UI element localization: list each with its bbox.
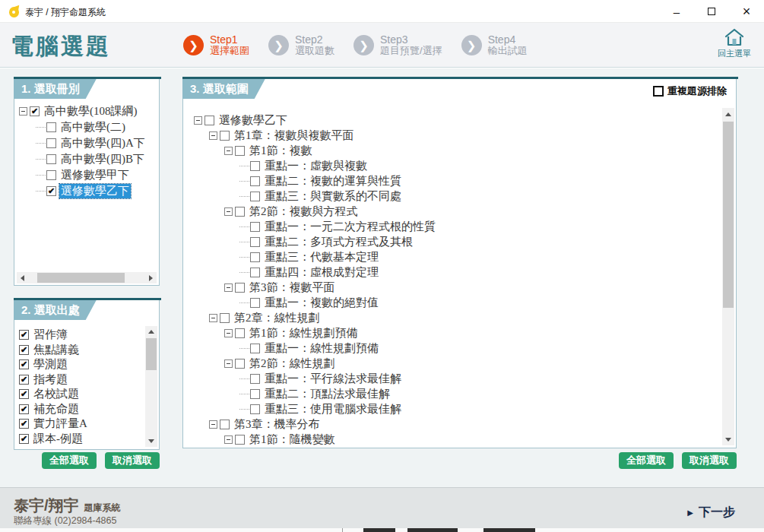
tree-item-label[interactable]: 重點一：線性規劃預備 — [263, 341, 380, 356]
tree-item-label[interactable]: 選修數學乙下 — [217, 113, 289, 128]
home-button[interactable]: 回主選單 — [711, 27, 758, 59]
source-checkbox[interactable] — [19, 434, 29, 444]
source-checkbox[interactable] — [19, 389, 29, 399]
tree-collapse-icon[interactable] — [224, 435, 233, 444]
tree-collapse-icon[interactable] — [209, 420, 217, 429]
tree-checkbox[interactable] — [250, 344, 260, 353]
tree-item-label[interactable]: 重點四：虛根成對定理 — [263, 265, 380, 280]
scroll-up-icon[interactable] — [722, 108, 734, 120]
tree-checkbox[interactable] — [250, 237, 260, 247]
maximize-icon[interactable] — [694, 0, 729, 23]
tree-item-label[interactable]: 重點二：複數的運算與性質 — [263, 174, 403, 188]
tree-checkbox[interactable] — [250, 222, 260, 232]
tree-checkbox[interactable] — [235, 435, 245, 445]
tree-collapse-icon[interactable] — [224, 359, 233, 368]
source-label[interactable]: 實力評量A — [32, 416, 89, 431]
tree-item-label[interactable]: 高中數學(四)A下 — [59, 136, 147, 150]
vertical-scrollbar[interactable] — [145, 326, 157, 447]
scroll-right-icon[interactable] — [145, 272, 157, 283]
tree-item-label[interactable]: 第3節：複數平面 — [248, 280, 337, 295]
select-all-button-main[interactable]: 全部選取 — [619, 452, 674, 469]
tree-checkbox[interactable] — [250, 389, 260, 399]
tree-checkbox[interactable] — [46, 154, 56, 164]
tree-checkbox[interactable] — [235, 207, 245, 217]
tree-item-label[interactable]: 重點二：多項式方程式及其根 — [263, 235, 414, 249]
tree-checkbox[interactable] — [46, 186, 56, 196]
tree-collapse-icon[interactable] — [209, 314, 217, 322]
scroll-down-icon[interactable] — [722, 433, 734, 445]
scrollbar-thumb[interactable] — [146, 338, 157, 370]
tree-checkbox[interactable] — [250, 268, 260, 277]
tree-item-label[interactable]: 第1節：線性規劃預備 — [248, 326, 360, 340]
tree-collapse-icon[interactable] — [224, 329, 233, 337]
tree-checkbox[interactable] — [250, 374, 260, 384]
tree-item-label[interactable]: 重點一：一元二次方程式根的性質 — [263, 220, 437, 234]
source-label[interactable]: 學測題 — [32, 357, 69, 372]
tree-item-label[interactable]: 重點一：複數的絕對值 — [263, 296, 380, 310]
tree-collapse-icon[interactable] — [209, 131, 217, 140]
tree-item-label[interactable]: 重點一：虛數與複數 — [263, 159, 369, 173]
tree-checkbox[interactable] — [235, 146, 245, 156]
source-label[interactable]: 名校試題 — [32, 387, 81, 401]
tree-item-label[interactable]: 高中數學(108課綱) — [43, 104, 139, 119]
tree-checkbox[interactable] — [30, 106, 40, 116]
source-checkbox[interactable] — [19, 375, 29, 385]
source-label[interactable]: 課本-例題 — [32, 432, 84, 446]
tree-checkbox[interactable] — [235, 283, 245, 293]
tree-item-label[interactable]: 重點三：使用電腦求最佳解 — [263, 402, 403, 416]
scroll-up-icon[interactable] — [145, 326, 157, 337]
dedupe-option[interactable]: 重複題源排除 — [653, 84, 727, 98]
source-label[interactable]: 習作簿 — [32, 328, 69, 342]
tree-checkbox[interactable] — [220, 420, 230, 429]
tree-checkbox[interactable] — [250, 252, 260, 262]
tree-item-label[interactable]: 重點一：平行線法求最佳解 — [263, 372, 403, 386]
tree-checkbox[interactable] — [46, 170, 56, 180]
tree-item-label[interactable]: 高中數學(四)B下 — [59, 152, 146, 166]
tree-checkbox[interactable] — [46, 122, 56, 132]
horizontal-scrollbar[interactable] — [17, 272, 157, 283]
source-checkbox[interactable] — [19, 345, 29, 355]
scrollbar-thumb[interactable] — [723, 122, 734, 308]
tree-item-label[interactable]: 重點三：與實數系的不同處 — [263, 189, 403, 204]
tree-collapse-icon[interactable] — [19, 107, 27, 116]
tree-checkbox[interactable] — [46, 138, 56, 148]
tree-checkbox[interactable] — [235, 328, 245, 338]
tree-checkbox[interactable] — [220, 131, 230, 141]
source-label[interactable]: 焦點講義 — [32, 343, 81, 357]
source-label[interactable]: 補充命題 — [32, 402, 81, 416]
source-checkbox[interactable] — [19, 419, 29, 429]
tree-checkbox[interactable] — [250, 176, 260, 186]
tree-item-label[interactable]: 第1節：隨機變數 — [248, 432, 337, 447]
tree-item-label[interactable]: 選修數學乙下 — [59, 184, 131, 198]
tree-item-label[interactable]: 第1節：複數 — [248, 144, 314, 158]
minimize-icon[interactable]: – — [659, 0, 694, 23]
tree-item-label[interactable]: 高中數學(二) — [59, 120, 127, 135]
vertical-scrollbar[interactable] — [722, 108, 734, 445]
tree-collapse-icon[interactable] — [224, 147, 233, 155]
tree-checkbox[interactable] — [250, 192, 260, 201]
tree-collapse-icon[interactable] — [194, 116, 202, 125]
tree-item-label[interactable]: 第2節：線性規劃 — [248, 356, 337, 371]
tree-item-label[interactable]: 第1章：複數與複數平面 — [233, 128, 356, 143]
deselect-all-button-main[interactable]: 取消選取 — [682, 452, 737, 469]
dedupe-checkbox[interactable] — [653, 86, 664, 97]
close-icon[interactable]: × — [729, 0, 764, 23]
tree-checkbox[interactable] — [220, 313, 230, 323]
source-checkbox[interactable] — [19, 404, 29, 414]
next-step-button[interactable]: ▶ 下一步 — [687, 505, 735, 521]
select-all-button-left[interactable]: 全部選取 — [42, 452, 97, 469]
tree-item-label[interactable]: 重點三：代數基本定理 — [263, 250, 380, 264]
scroll-left-icon[interactable] — [17, 272, 28, 283]
tree-item-label[interactable]: 選修數學甲下 — [59, 168, 131, 182]
tree-checkbox[interactable] — [250, 404, 260, 414]
tree-checkbox[interactable] — [250, 298, 260, 308]
tree-checkbox[interactable] — [235, 359, 245, 369]
source-checkbox[interactable] — [19, 330, 29, 340]
tree-item-label[interactable]: 第2節：複數與方程式 — [248, 204, 360, 219]
tree-checkbox[interactable] — [250, 161, 260, 171]
source-checkbox[interactable] — [19, 359, 29, 369]
scrollbar-thumb[interactable] — [37, 273, 125, 283]
tree-item-label[interactable]: 第2章：線性規劃 — [233, 311, 322, 325]
tree-collapse-icon[interactable] — [224, 283, 233, 292]
source-label[interactable]: 指考題 — [32, 372, 69, 387]
